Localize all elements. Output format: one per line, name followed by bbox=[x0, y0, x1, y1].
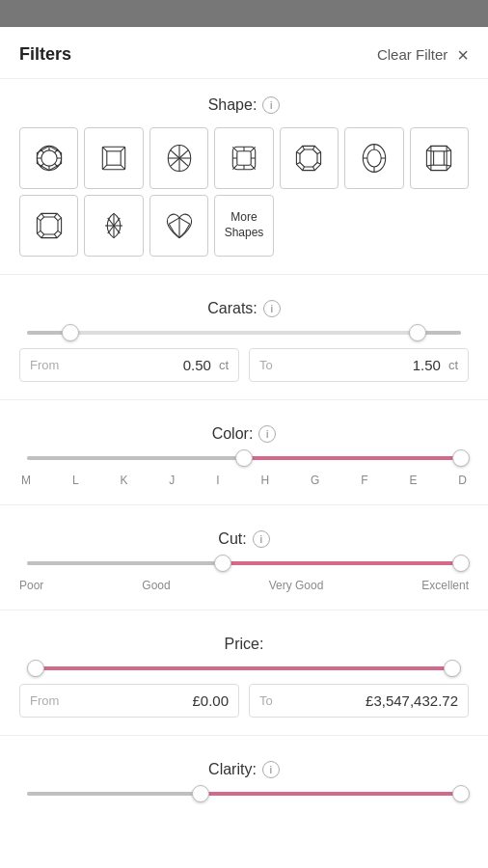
svg-line-82 bbox=[174, 232, 178, 237]
cut-slider-track[interactable] bbox=[27, 561, 461, 565]
color-info-icon[interactable]: i bbox=[258, 425, 276, 443]
clarity-thumb-left[interactable] bbox=[192, 785, 209, 802]
price-slider-container bbox=[19, 666, 469, 670]
svg-line-37 bbox=[317, 152, 321, 154]
carats-thumb-left[interactable] bbox=[62, 324, 79, 341]
clarity-slider-fill-left bbox=[27, 792, 201, 796]
carats-to-box[interactable]: To 1.50 ct bbox=[249, 348, 469, 382]
clarity-thumb-right[interactable] bbox=[452, 785, 470, 802]
shape-round[interactable] bbox=[19, 127, 78, 189]
shape-empty-2 bbox=[344, 195, 403, 257]
shape-princess[interactable] bbox=[84, 127, 143, 189]
shape-asscher[interactable] bbox=[280, 127, 339, 189]
more-shapes-label: More Shapes bbox=[217, 210, 270, 240]
close-button[interactable]: × bbox=[457, 45, 469, 65]
header-actions: Clear Filter × bbox=[377, 45, 469, 65]
color-thumb-right[interactable] bbox=[452, 449, 470, 467]
svg-line-65 bbox=[58, 218, 62, 221]
cut-thumb-right[interactable] bbox=[452, 555, 470, 572]
price-section: Price: From £0.00 To £3,547,432.72 bbox=[0, 618, 488, 727]
carats-section: Carats: i From 0.50 ct To 1.50 ct bbox=[0, 283, 488, 392]
color-labels: M L K J I H G F E D bbox=[19, 474, 469, 487]
shape-cushion[interactable] bbox=[214, 127, 273, 189]
carats-input-row: From 0.50 ct To 1.50 ct bbox=[19, 348, 469, 382]
svg-line-35 bbox=[303, 146, 305, 149]
clear-filter-button[interactable]: Clear Filter bbox=[377, 46, 447, 63]
color-slider-track[interactable] bbox=[27, 456, 461, 460]
cut-section: Cut: i Poor Good Very Good Excellent bbox=[0, 513, 488, 602]
cut-slider-container bbox=[19, 561, 469, 565]
svg-line-76 bbox=[114, 226, 120, 233]
shape-marquise[interactable] bbox=[84, 195, 143, 257]
svg-line-54 bbox=[447, 165, 451, 166]
color-section: Color: i M L K J I H G F E D bbox=[0, 408, 488, 497]
svg-line-38 bbox=[317, 163, 321, 165]
carats-info-icon[interactable]: i bbox=[263, 300, 281, 317]
svg-line-73 bbox=[108, 218, 114, 226]
carats-to-unit: ct bbox=[448, 358, 458, 372]
shapes-row2: More Shapes bbox=[19, 195, 469, 257]
svg-line-15 bbox=[102, 165, 107, 170]
carats-slider-container bbox=[19, 331, 469, 335]
divider-5 bbox=[0, 735, 488, 736]
svg-line-42 bbox=[297, 152, 301, 154]
shape-empty-1 bbox=[280, 195, 339, 257]
color-label: Color: i bbox=[19, 425, 469, 443]
carats-to-value: 1.50 bbox=[281, 357, 441, 373]
clarity-label: Clarity: i bbox=[19, 761, 469, 778]
price-thumb-right[interactable] bbox=[444, 660, 461, 677]
color-thumb-left[interactable] bbox=[235, 449, 253, 467]
price-thumb-left[interactable] bbox=[27, 660, 44, 677]
cut-labels: Poor Good Very Good Excellent bbox=[19, 579, 469, 592]
shape-pear[interactable] bbox=[149, 127, 208, 189]
clarity-slider-fill-right bbox=[201, 792, 461, 796]
shape-radiant[interactable] bbox=[19, 195, 78, 257]
cut-info-icon[interactable]: i bbox=[253, 530, 270, 548]
divider-1 bbox=[0, 274, 488, 275]
clarity-info-icon[interactable]: i bbox=[262, 761, 280, 778]
carats-thumb-right[interactable] bbox=[409, 324, 426, 341]
price-from-box[interactable]: From £0.00 bbox=[19, 684, 239, 718]
svg-line-14 bbox=[121, 147, 125, 151]
carats-label: Carats: i bbox=[19, 300, 469, 317]
svg-line-16 bbox=[121, 165, 125, 170]
svg-line-66 bbox=[58, 231, 62, 233]
cut-thumb-left[interactable] bbox=[214, 555, 231, 572]
svg-line-78 bbox=[169, 218, 179, 224]
svg-line-69 bbox=[37, 231, 41, 233]
shape-info-icon[interactable]: i bbox=[262, 96, 280, 114]
svg-line-67 bbox=[54, 234, 57, 238]
svg-rect-12 bbox=[107, 151, 121, 165]
price-from-value: £0.00 bbox=[67, 692, 229, 709]
carats-to-label: To bbox=[259, 358, 273, 372]
cut-slider-fill-right bbox=[223, 561, 462, 565]
clarity-slider-track[interactable] bbox=[27, 792, 461, 796]
svg-rect-24 bbox=[237, 151, 251, 165]
carats-from-box[interactable]: From 0.50 ct bbox=[19, 348, 239, 382]
svg-line-19 bbox=[171, 150, 179, 158]
price-to-label: To bbox=[259, 693, 273, 708]
svg-line-63 bbox=[41, 213, 44, 217]
more-shapes-button[interactable]: More Shapes bbox=[214, 195, 273, 257]
color-slider-container bbox=[19, 456, 469, 460]
clarity-labels-placeholder bbox=[19, 809, 469, 838]
carats-slider-track[interactable] bbox=[27, 331, 461, 335]
price-slider-fill bbox=[36, 666, 452, 670]
svg-line-40 bbox=[303, 167, 305, 171]
price-slider-track[interactable] bbox=[27, 666, 461, 670]
svg-line-57 bbox=[427, 165, 432, 166]
panel-title: Filters bbox=[19, 44, 71, 65]
svg-line-64 bbox=[54, 213, 57, 217]
price-input-row: From £0.00 To £3,547,432.72 bbox=[19, 684, 469, 718]
svg-line-20 bbox=[179, 150, 188, 158]
svg-line-79 bbox=[179, 218, 190, 224]
price-to-box[interactable]: To £3,547,432.72 bbox=[249, 684, 469, 718]
svg-line-70 bbox=[37, 218, 41, 221]
svg-marker-62 bbox=[41, 217, 58, 234]
svg-line-21 bbox=[171, 158, 179, 166]
price-to-value: £3,547,432.72 bbox=[281, 692, 458, 709]
shape-oval[interactable] bbox=[344, 127, 403, 189]
shape-heart[interactable] bbox=[149, 195, 208, 257]
svg-line-36 bbox=[313, 146, 315, 149]
shape-emerald[interactable] bbox=[410, 127, 469, 189]
